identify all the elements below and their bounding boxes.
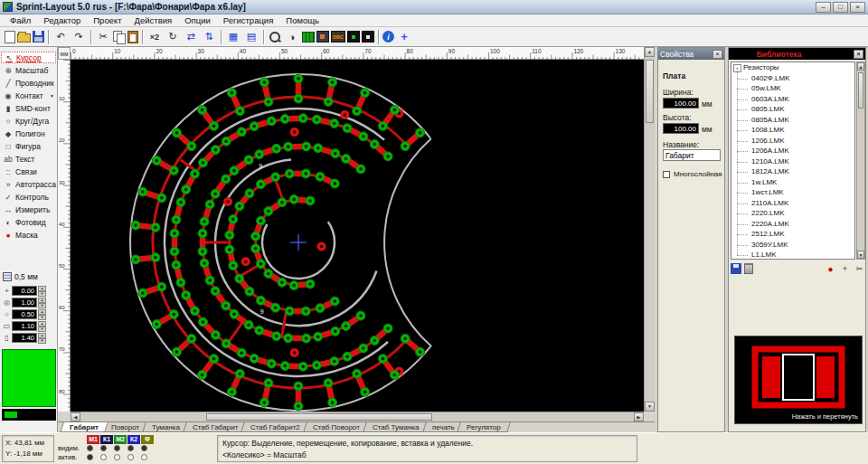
spin-down-icon[interactable]: ▼ — [38, 338, 46, 344]
component-preview[interactable]: Нажать и перетянуть — [734, 336, 863, 424]
orc-check-icon[interactable] — [316, 31, 329, 43]
library-record-icon[interactable]: ● — [825, 263, 836, 274]
layer-view1-icon[interactable] — [347, 31, 360, 43]
snap-rows-icon[interactable]: ▤ — [243, 29, 259, 44]
grid-size-button[interactable]: 0,5 мм — [1, 271, 57, 282]
library-close-icon[interactable]: × — [854, 50, 863, 59]
board-name-input[interactable] — [663, 149, 721, 161]
library-item-0[interactable]: 0402Ф.LMK — [731, 73, 854, 84]
library-item-17[interactable]: L1.LMK — [731, 250, 854, 260]
menu-item-6[interactable]: Помощь — [279, 15, 326, 25]
layer-active-radio-4[interactable] — [141, 454, 147, 460]
layer-visible-toggle-4[interactable] — [141, 445, 147, 451]
library-item-12[interactable]: 2110A.LMK — [731, 198, 854, 209]
redo-icon[interactable]: ↷ — [71, 29, 87, 44]
scroll-up-icon[interactable]: ▲ — [645, 47, 655, 57]
properties-close-icon[interactable]: × — [712, 50, 722, 59]
library-item-4[interactable]: 0805A.LMK — [731, 115, 854, 126]
library-scroll-thumb[interactable] — [858, 72, 863, 109]
tool-проводник[interactable]: ╱Проводник — [1, 77, 56, 89]
library-item-16[interactable]: 3059У.LMK — [731, 240, 854, 251]
scroll-down-icon[interactable]: ▼ — [645, 402, 655, 412]
layer-visible-toggle-2[interactable] — [114, 445, 120, 451]
library-item-8[interactable]: 1210A.LMK — [731, 156, 854, 167]
menu-item-5[interactable]: Регистрация — [217, 15, 280, 25]
copy-icon[interactable] — [113, 31, 126, 43]
scale-x2-icon[interactable]: ×2 — [146, 29, 163, 44]
library-item-10[interactable]: 1w.LMK — [731, 177, 854, 188]
multilayer-checkbox[interactable] — [663, 171, 670, 178]
tool-фигура[interactable]: □Фигура — [1, 140, 56, 152]
horizontal-scrollbar[interactable]: ◀ ▶ — [71, 412, 644, 421]
smd-height-field-stepper[interactable]: ▲▼ — [38, 333, 46, 343]
pad-size-field-stepper[interactable]: ▲▼ — [38, 298, 46, 308]
close-button[interactable]: × — [850, 2, 865, 13]
layer-chip-к1[interactable]: К1 — [100, 435, 113, 444]
library-item-5[interactable]: 1008.LMK — [731, 125, 854, 136]
smd-height-field-value[interactable]: 1.40 — [12, 333, 37, 343]
layer-visible-toggle-1[interactable] — [100, 445, 107, 451]
tool-контакт[interactable]: ◉Контакт▼ — [1, 90, 56, 101]
menu-item-1[interactable]: Редактор — [37, 15, 87, 25]
open-file-icon[interactable] — [17, 33, 31, 43]
library-pin-icon[interactable]: + — [839, 263, 851, 274]
layer-chip-ф[interactable]: Ф — [141, 435, 154, 444]
vertical-scrollbar[interactable]: ▲ ▼ — [644, 47, 655, 412]
spin-down-icon[interactable]: ▼ — [38, 315, 46, 320]
tab-стаб-туманка[interactable]: Стаб Туманка — [363, 422, 429, 432]
library-item-11[interactable]: 1wст.LMK — [731, 187, 854, 198]
smd-width-field-value[interactable]: 1.10 — [12, 321, 37, 331]
scroll-left-icon[interactable]: ◀ — [71, 412, 80, 421]
library-cut-icon[interactable]: ✂ — [854, 263, 865, 274]
library-scrollbar[interactable]: ▲ ▼ — [856, 62, 865, 260]
info-icon[interactable]: i — [382, 31, 394, 43]
layer-color-swatch[interactable] — [2, 349, 56, 407]
spin-down-icon[interactable]: ▼ — [38, 303, 46, 308]
layer-active-radio-2[interactable] — [114, 454, 120, 460]
tool-smd-конт[interactable]: ▮SMD-конт — [1, 102, 56, 114]
library-delete-icon[interactable] — [744, 264, 753, 274]
tab-габарит[interactable]: Габарит — [60, 422, 108, 432]
library-save-icon[interactable] — [731, 263, 741, 274]
layer-chip-к2[interactable]: К2 — [127, 435, 140, 444]
horizontal-scroll-thumb[interactable] — [206, 413, 432, 421]
track-width-field-stepper[interactable]: ▲▼ — [38, 286, 46, 296]
drill-size-field-value[interactable]: 0.50 — [12, 309, 37, 319]
tool-масштаб[interactable]: ⊕Масштаб — [1, 64, 56, 76]
menu-item-2[interactable]: Проект — [87, 15, 127, 25]
tool-полигон[interactable]: ◆Полигон — [1, 128, 56, 139]
drc-check-icon[interactable]: DRC — [331, 31, 345, 43]
library-item-3[interactable]: 0805.LMK — [731, 104, 854, 115]
tool-измерить[interactable]: ↔Измерить — [1, 204, 56, 215]
pad-size-field-value[interactable]: 1.00 — [12, 298, 37, 308]
menu-item-3[interactable]: Действия — [128, 15, 179, 25]
library-item-15[interactable]: 2512.LMK — [731, 229, 854, 240]
library-item-1[interactable]: 05w.LMK — [731, 83, 854, 94]
library-item-7[interactable]: 1206A.LMK — [731, 146, 854, 156]
library-item-2[interactable]: 0603A.LMK — [731, 94, 854, 105]
tab-стаб-поворот[interactable]: Стаб Поворот — [303, 422, 369, 432]
mirror-horizontal-icon[interactable]: ⇄ — [183, 29, 199, 44]
layer-visible-toggle-0[interactable] — [87, 445, 93, 451]
photo-view-icon[interactable]: ◑ — [284, 29, 300, 44]
menu-item-0[interactable]: Файл — [4, 15, 37, 25]
library-root[interactable]: Резисторы — [731, 62, 854, 73]
cut-icon[interactable]: ✂ — [95, 29, 111, 44]
paste-icon[interactable] — [127, 31, 138, 43]
save-icon[interactable] — [33, 31, 44, 43]
pcb-canvas[interactable]: 99 — [71, 60, 644, 412]
tool-связи[interactable]: ::Связи — [1, 166, 56, 177]
zoom-icon[interactable] — [268, 30, 282, 44]
vertical-scroll-thumb[interactable] — [646, 60, 654, 123]
library-item-9[interactable]: 1812A.LMK — [731, 166, 854, 177]
library-item-13[interactable]: 2220.LMK — [731, 208, 854, 219]
library-scroll-down-icon[interactable]: ▼ — [857, 251, 864, 259]
tool-текст[interactable]: abТекст — [1, 153, 56, 165]
scroll-right-icon[interactable]: ▶ — [634, 412, 644, 421]
layer-active-radio-1[interactable] — [100, 454, 107, 460]
chevron-down-icon[interactable]: ▼ — [50, 93, 56, 99]
tab-стаб-габарит[interactable]: Стаб Габарит — [183, 422, 248, 432]
smd-width-field-stepper[interactable]: ▲▼ — [38, 321, 46, 331]
layer-active-radio-0[interactable] — [87, 454, 93, 460]
tool-фотовид[interactable]: ◐Фотовид — [1, 216, 56, 228]
